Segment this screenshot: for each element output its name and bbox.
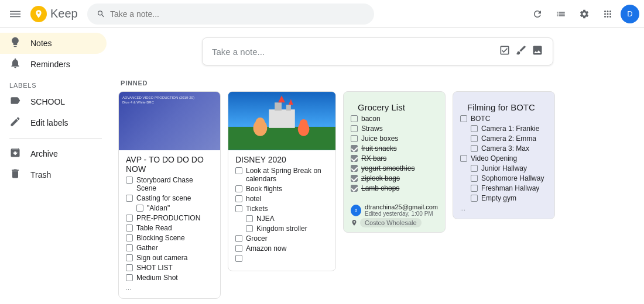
checkbox[interactable]: [126, 274, 133, 281]
checkbox-icon[interactable]: [499, 44, 511, 59]
sidebar-item-school[interactable]: SCHOOL: [0, 91, 107, 112]
note-filming-title: Filming for BOTC: [460, 96, 547, 115]
svg-rect-8: [286, 105, 291, 110]
note-filming-body: Filming for BOTC BOTC Camera 1: Frankie …: [453, 92, 554, 219]
checkbox[interactable]: [126, 234, 133, 241]
checkbox[interactable]: [126, 244, 133, 251]
refresh-icon[interactable]: [527, 4, 548, 25]
note-grocery-footer: d dtranchina25@gmail.com Edited yesterda…: [344, 201, 445, 232]
main-content: Take a note... PINNED ADVANCED V: [111, 28, 644, 304]
take-note-bar[interactable]: Take a note...: [202, 37, 553, 65]
checkbox[interactable]: [136, 205, 143, 212]
note-filming-list: BOTC Camera 1: Frankie Camera 2: Emma Ca…: [460, 115, 547, 202]
checkbox[interactable]: [126, 177, 133, 184]
notes-grid: ADVANCED VIDEO PRODUCTION (2019-20)Blue …: [118, 91, 637, 299]
list-item: fruit snacks: [351, 144, 438, 153]
svg-rect-6: [269, 109, 295, 128]
brush-icon[interactable]: [515, 44, 527, 59]
note-grocery-body: Grocery List bacon Straws Juice boxes fr…: [344, 92, 445, 201]
checkbox[interactable]: [126, 195, 133, 202]
note-avp[interactable]: ADVANCED VIDEO PRODUCTION (2019-20)Blue …: [118, 91, 221, 299]
checkbox[interactable]: [351, 185, 358, 192]
svg-rect-7: [275, 102, 282, 110]
sidebar-trash-label: Trash: [30, 170, 51, 179]
pinned-label: PINNED: [118, 75, 637, 91]
layout: Notes Reminders LABELS SCHOOL Edit label…: [0, 28, 644, 304]
sidebar-item-notes[interactable]: Notes: [0, 33, 107, 54]
checkbox[interactable]: [351, 155, 358, 162]
checkbox[interactable]: [235, 195, 242, 202]
location-badge: Costco Wholesale: [360, 218, 422, 227]
checkbox[interactable]: [126, 254, 133, 261]
menu-icon[interactable]: [5, 4, 26, 25]
sidebar-item-edit-labels[interactable]: Edit labels: [0, 112, 107, 133]
note-avp-title: AVP - TO DO DO DO NOW: [126, 155, 213, 174]
list-item: yogurt smoothies: [351, 164, 438, 172]
checkbox[interactable]: [235, 255, 242, 262]
note-disney[interactable]: DISNEY 2020 Look at Spring Break on cale…: [228, 91, 336, 271]
checkbox[interactable]: [351, 115, 358, 122]
checkbox[interactable]: [471, 145, 478, 152]
list-item: Book flights: [235, 185, 328, 193]
layout-icon[interactable]: [550, 4, 571, 25]
apps-icon[interactable]: [597, 4, 618, 25]
location-row: Costco Wholesale: [351, 218, 438, 227]
list-item: BOTC: [460, 115, 547, 123]
list-item: Junior Hallway: [460, 164, 547, 172]
user-email: dtranchina25@gmail.com: [365, 203, 438, 210]
note-avp-more: ...: [126, 284, 213, 291]
checkbox[interactable]: [471, 195, 478, 202]
list-item: RX bars: [351, 154, 438, 163]
checkbox[interactable]: [351, 165, 358, 172]
list-item: Camera 2: Emma: [460, 134, 547, 143]
list-item: "Aidan": [126, 204, 213, 212]
search-box[interactable]: [87, 4, 374, 25]
checkbox[interactable]: [471, 165, 478, 172]
search-input[interactable]: [110, 9, 365, 19]
checkbox[interactable]: [351, 175, 358, 182]
checkbox[interactable]: [471, 175, 478, 182]
app-title: Keep: [50, 7, 78, 20]
sidebar-item-reminders[interactable]: Reminders: [0, 54, 107, 75]
settings-icon[interactable]: [574, 4, 595, 25]
checkbox[interactable]: [126, 215, 133, 222]
checkbox[interactable]: [126, 224, 133, 232]
label-icon: [9, 95, 21, 109]
list-item: bacon: [351, 115, 438, 123]
sidebar-item-archive[interactable]: Archive: [0, 143, 107, 164]
list-item: [235, 254, 328, 262]
note-filming[interactable]: Filming for BOTC BOTC Camera 1: Frankie …: [453, 91, 555, 219]
note-grocery-title: Grocery List: [351, 96, 438, 115]
mini-avatar: d: [351, 205, 361, 216]
checkbox[interactable]: [471, 185, 478, 192]
checkbox[interactable]: [235, 167, 242, 174]
list-item: Sophomore Hallway: [460, 174, 547, 182]
list-item: Lamb chops: [351, 184, 438, 192]
list-item: Kingdom stroller: [235, 224, 328, 233]
svg-rect-1: [10, 13, 20, 15]
checkbox[interactable]: [471, 125, 478, 132]
checkbox[interactable]: [246, 215, 253, 222]
list-item: Straws: [351, 125, 438, 133]
checkbox[interactable]: [351, 135, 358, 142]
checkbox[interactable]: [235, 235, 242, 242]
checkbox[interactable]: [235, 205, 242, 212]
app-logo[interactable]: Keep: [30, 6, 78, 22]
list-item: ziplock bags: [351, 174, 438, 182]
checkbox[interactable]: [351, 145, 358, 152]
image-icon[interactable]: [532, 44, 543, 59]
checkbox[interactable]: [471, 135, 478, 142]
list-item: Amazon now: [235, 244, 328, 253]
list-item: Look at Spring Break on calendars: [235, 167, 328, 183]
checkbox[interactable]: [246, 225, 253, 232]
checkbox[interactable]: [235, 245, 242, 252]
avatar[interactable]: D: [621, 5, 639, 23]
checkbox[interactable]: [460, 155, 467, 162]
checkbox[interactable]: [460, 115, 467, 122]
note-grocery[interactable]: Grocery List bacon Straws Juice boxes fr…: [343, 91, 446, 233]
checkbox[interactable]: [126, 264, 133, 271]
checkbox[interactable]: [351, 125, 358, 132]
list-item: hotel: [235, 195, 328, 203]
checkbox[interactable]: [235, 185, 242, 192]
sidebar-item-trash[interactable]: Trash: [0, 164, 107, 185]
